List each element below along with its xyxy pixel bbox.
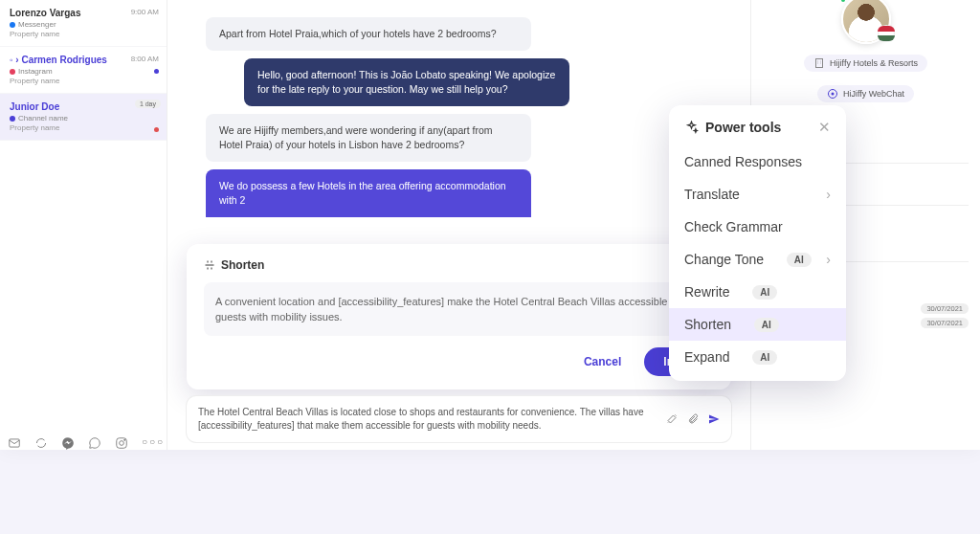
shorten-icon [204, 259, 215, 271]
svg-rect-5 [10, 439, 20, 447]
org-pill: Hijiffy Hotels & Resorts [804, 55, 927, 72]
message-outgoing-partial: We do possess a few Hotels in the area o… [206, 169, 531, 217]
chevron-right-icon: › [826, 252, 831, 267]
power-tools-popover: Power tools ✕ Canned Responses Translate… [669, 105, 846, 381]
property-name: Property name [10, 30, 157, 38]
conversation-list: Lorenzo Vargas Messenger Property name 9… [0, 0, 167, 450]
shorten-output: A convenient location and [accessibility… [204, 282, 714, 336]
property-name: Property name [10, 77, 157, 85]
source-row: Channel name [10, 114, 157, 122]
cancel-button[interactable]: Cancel [570, 347, 635, 376]
message-incoming: We are Hijiffy members,and were wonderin… [206, 114, 531, 162]
chat-area: Apart from Hotel Praia,which of your hot… [167, 0, 750, 450]
more-icon[interactable]: ○○○ [142, 436, 165, 450]
shorten-modal: Shorten ✕ A convenient location and [acc… [187, 244, 731, 389]
conversation-item[interactable]: ◦ › Carmen Rodrigues Instagram Property … [0, 47, 167, 94]
conversation-item-active[interactable]: Junior Doe Channel name Property name 1 … [0, 94, 167, 141]
webchat-icon [827, 88, 838, 100]
unread-dot-icon [154, 69, 159, 74]
composer-text[interactable]: The Hotel Central Beach Villas is locate… [198, 406, 666, 433]
timestamp: 9:00 AM [131, 8, 159, 16]
modal-actions: Cancel Insert [204, 347, 714, 376]
channel-row: HiJiffy WebChat [763, 82, 969, 105]
refresh-icon[interactable] [34, 436, 48, 450]
message-outgoing: Hello, good afternoon! This is João Loba… [244, 58, 569, 106]
tool-rewrite[interactable]: Rewrite AI [669, 276, 846, 308]
popover-title: Power tools [684, 120, 781, 135]
composer-toolbar [666, 413, 720, 425]
channel-icon [10, 116, 15, 122]
channel-pill: HiJiffy WebChat [817, 85, 914, 102]
svg-point-2 [831, 93, 834, 96]
whatsapp-icon[interactable] [88, 436, 101, 450]
conversation-item[interactable]: Lorenzo Vargas Messenger Property name 9… [0, 0, 167, 47]
org-row: Hijiffy Hotels & Resorts [763, 52, 969, 75]
send-icon[interactable] [708, 413, 720, 425]
tool-expand[interactable]: Expand AI [669, 341, 846, 373]
sparkle-icon [684, 121, 699, 135]
svg-rect-0 [816, 59, 823, 68]
building-icon [813, 57, 825, 69]
tool-canned-responses[interactable]: Canned Responses [669, 145, 846, 178]
status-dot-icon [154, 127, 159, 132]
request-date: 30/07/2021 [921, 303, 969, 314]
ai-badge: AI [752, 350, 777, 365]
messenger-icon[interactable] [61, 436, 75, 450]
timestamp: 8:00 AM [131, 55, 159, 63]
mail-icon[interactable] [8, 436, 21, 450]
magic-wand-icon[interactable] [666, 413, 678, 425]
ai-badge: AI [752, 285, 777, 300]
chevron-right-icon: › [826, 187, 831, 202]
tool-check-grammar[interactable]: Check Grammar [669, 211, 846, 243]
svg-point-8 [124, 439, 125, 440]
ai-badge: AI [754, 318, 779, 332]
instagram-icon[interactable] [115, 436, 128, 450]
country-flag-icon [878, 25, 895, 42]
attachment-icon[interactable] [687, 413, 699, 425]
close-icon[interactable]: ✕ [818, 119, 831, 136]
svg-point-7 [120, 441, 124, 446]
popover-header: Power tools ✕ [669, 119, 846, 145]
tool-change-tone[interactable]: Change Tone AI › [669, 243, 846, 276]
instagram-icon [10, 69, 15, 75]
source-row: Instagram [10, 67, 157, 76]
ai-badge: AI [787, 253, 812, 267]
channel-dock: ○○○ [8, 436, 165, 450]
modal-header: Shorten ✕ [204, 257, 714, 273]
tool-translate[interactable]: Translate › [669, 178, 846, 211]
messenger-icon [10, 22, 15, 28]
tool-shorten[interactable]: Shorten AI [669, 308, 846, 341]
message-incoming: Apart from Hotel Praia,which of your hot… [206, 17, 531, 51]
source-row: Messenger [10, 20, 157, 29]
message-composer[interactable]: The Hotel Central Beach Villas is locate… [187, 396, 731, 442]
modal-title: Shorten [204, 258, 264, 272]
age-badge: 1 day [135, 100, 161, 108]
property-name: Property name [10, 123, 157, 132]
request-date: 30/07/2021 [921, 318, 969, 328]
avatar-wrap [763, 0, 969, 44]
